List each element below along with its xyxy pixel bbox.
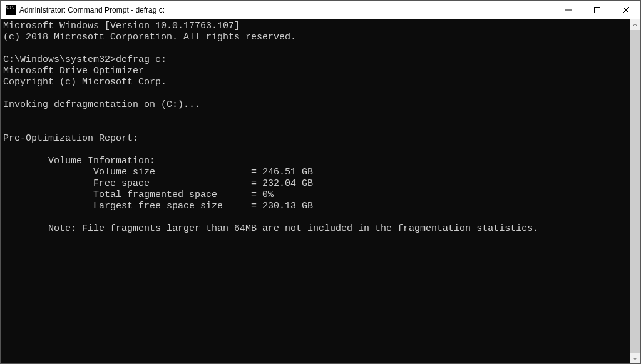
row-value: = 0% [240,190,274,200]
row-label: Total fragmented space [3,190,240,200]
client-area: Microsoft Windows [Version 10.0.17763.10… [1,19,640,363]
line: Invoking defragmentation on (C:)... [3,99,200,110]
row-value: = 246.51 GB [240,167,313,178]
line: Copyright (c) Microsoft Corp. [3,77,167,88]
line: (c) 2018 Microsoft Corporation. All righ… [3,32,296,43]
window-controls [554,1,640,19]
row-label: Free space [3,178,240,189]
row-label: Volume size [3,167,240,178]
line: Microsoft Drive Optimizer [3,66,144,76]
minimize-button[interactable] [554,1,583,19]
close-button[interactable] [612,1,640,19]
maximize-button[interactable] [583,1,612,19]
scroll-track[interactable] [630,30,640,353]
row-value: = 232.04 GB [240,178,313,189]
note: Note: File fragments larger than 64MB ar… [3,223,538,234]
prompt: C:\Windows\system32> [3,54,116,65]
cmd-icon [6,5,16,15]
minimize-icon [565,7,572,13]
row-value: = 230.13 GB [240,201,313,211]
close-icon [623,7,629,13]
row-label: Largest free space size [3,201,240,211]
maximize-icon [594,7,600,13]
terminal-output[interactable]: Microsoft Windows [Version 10.0.17763.10… [1,19,630,363]
line: Microsoft Windows [Version 10.0.17763.10… [3,21,240,31]
command: defrag c: [116,54,167,65]
window-title: Administrator: Command Prompt - defrag c… [19,6,554,14]
titlebar[interactable]: Administrator: Command Prompt - defrag c… [1,1,640,19]
vertical-scrollbar[interactable] [630,19,640,363]
report-header: Pre-Optimization Report: [3,133,138,144]
chevron-up-icon [633,24,637,26]
window: Administrator: Command Prompt - defrag c… [0,0,641,364]
svg-rect-1 [595,7,600,13]
chevron-down-icon [633,357,637,360]
scroll-up-button[interactable] [630,19,640,30]
scroll-thumb[interactable] [630,30,640,353]
volume-info-header: Volume Information: [3,156,155,166]
scroll-down-button[interactable] [630,353,640,363]
